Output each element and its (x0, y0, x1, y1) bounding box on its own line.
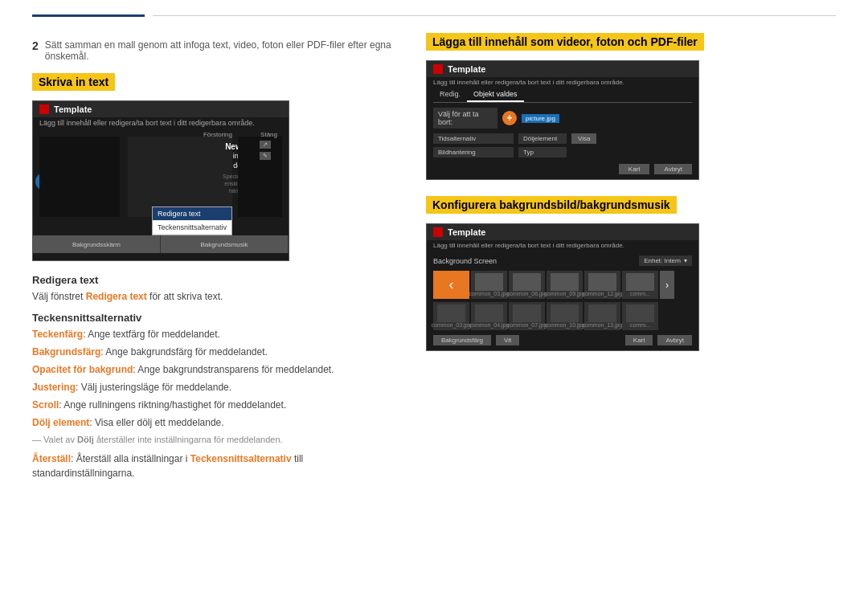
ss-r2-avbryt-btn[interactable]: Avbryt (657, 335, 692, 345)
ss-right-panel: ↗ ✎ (238, 137, 282, 217)
teckensnitts-title: Teckensnittsalternativ (32, 312, 402, 324)
ss-bottom-btn1[interactable]: Bakgrundsskärm (33, 235, 161, 253)
ss-r-btns: Kart Avbryt (433, 164, 692, 174)
thumb-r2-5[interactable]: common_13.jpg (584, 302, 620, 330)
top-line-gray (153, 15, 836, 16)
ss-menu-item1[interactable]: Redigera text (153, 207, 231, 221)
screenshot-konfigurera: Template Lägg till innehåll eller redige… (426, 223, 699, 351)
list-item-2: Bakgrundsfärg: Ange bakgrundsfärg för me… (32, 345, 402, 359)
list-item-3: Opacitet för bakgrund: Ange bakgrundstra… (32, 362, 402, 377)
redigera-title: Redigera text (32, 274, 402, 286)
thumb-selected[interactable]: ‹ (433, 271, 469, 299)
list-item-4: Justering: Välj justeringsläge för medde… (32, 380, 402, 394)
thumb-3[interactable]: common_09.jpg (547, 271, 583, 299)
ss-r-select-row: Tidsalternativ Döljelement Visa (433, 133, 692, 144)
ss-r2-icon (433, 227, 443, 237)
ss-r-btn-kart[interactable]: Kart (619, 164, 650, 174)
ss-r-input1[interactable]: Bildhantering (433, 147, 514, 157)
ss-title-text: Template (54, 104, 92, 114)
ss-r2-title: Template (448, 227, 485, 237)
ss-r2-bg-label: Background Screen (433, 257, 497, 265)
ss-bottom-btn2[interactable]: Bakgrundsmusik (161, 235, 289, 253)
list-item-1: Teckenfärg: Ange textfärg för meddelande… (32, 327, 402, 341)
ss-r2-bakgrundsfarg-btn[interactable]: Bakgrundsfärg (433, 335, 491, 345)
ss-r-title-bar: Template (427, 61, 698, 77)
thumbs-row1: ‹ common_03.jpg common_06.jpg common_09.… (433, 271, 692, 299)
ss-menu-item2[interactable]: Teckensnittsalternativ (153, 221, 231, 235)
teckensnitts-list: Teckenfärg: Ange textfärg för meddelande… (32, 327, 402, 430)
list-item-5: Scroll: Ange rullningens riktning/hastig… (32, 398, 402, 412)
ss-r-select2[interactable]: Döljelement (518, 133, 567, 144)
ss-subtitle: Lägg till innehåll eller redigera/ta bor… (33, 117, 289, 129)
ss-r-tabs: Redig. Objekt valdes (433, 88, 692, 103)
ss-forstoring-label: Förstoring (203, 131, 232, 138)
ss-title-icon (39, 104, 49, 114)
thumb-r2-6[interactable]: comm... (622, 302, 658, 330)
ss-r2-subtitle: Lägg till innehåll eller redigera/ta bor… (427, 240, 698, 251)
ss-r2-btns: Bakgrundsfärg Vit Kart Avbryt (433, 335, 692, 345)
ss-r-plus-btn[interactable]: + (502, 111, 517, 125)
thumb-r2-2[interactable]: common_04.jpg (471, 302, 507, 330)
section-title-konfigurera: Konfigurera bakgrundsbild/bakgrundsmusik (426, 196, 677, 214)
thumb-1[interactable]: common_03.jpg (471, 271, 507, 299)
ss-r-subtitle: Lägg till innehåll eller redigera/ta bor… (427, 77, 698, 88)
dolj-note: — Valet av Dölj återställer inte inställ… (32, 433, 402, 447)
list-item-6: Dölj element: Visa eller dölj ett meddel… (32, 415, 402, 430)
ss-r-field-row: Välj för att ta bort: + picture.jpg (433, 108, 692, 129)
ss-r-btn-avbryt[interactable]: Avbryt (654, 164, 692, 174)
ss-icon-2: ✎ (260, 152, 271, 160)
ss-r-title: Template (448, 64, 485, 74)
redigera-highlight: Redigera text (86, 291, 147, 302)
ss-context-menu: Redigera text Teckensnittsalternativ (152, 206, 232, 235)
ss-r2-vit-btn[interactable]: Vit (496, 335, 519, 345)
thumb-5[interactable]: comm... (622, 271, 658, 299)
thumb-r2-4[interactable]: common_10.jpg (547, 302, 583, 330)
ss-r2-title-bar: Template (427, 224, 698, 240)
section-title-skriva: Skriva in text (32, 73, 115, 91)
ss-r-input2[interactable]: Typ (518, 147, 567, 157)
left-column: 2 Sätt samman en mall genom att infoga t… (32, 33, 402, 485)
ss-r2-dropdown[interactable]: Enhet: Intern ▾ (639, 255, 692, 266)
ss-stang-label: Stäng (260, 131, 277, 138)
ss-body: ‹ New town interior design Specialbetyde… (33, 129, 289, 253)
top-lines (0, 0, 868, 17)
thumbs-row2: common_03.jpg common_04.jpg common_07.jp… (433, 302, 692, 330)
step-intro: Sätt samman en mall genom att infoga tex… (45, 39, 402, 62)
redigera-para: Välj fönstret Redigera text för att skri… (32, 289, 402, 304)
ss-bottom-bar: Bakgrundsskärm Bakgrundsmusik (33, 235, 289, 253)
ss-r-icon (433, 64, 443, 74)
ss-r-tab2[interactable]: Objekt valdes (467, 88, 524, 102)
thumb-row1-arrow[interactable]: › (660, 271, 674, 299)
aterstall-para: Återställ: Återställ alla inställningar … (32, 452, 402, 480)
ss-r-tab1[interactable]: Redig. (433, 88, 467, 102)
thumb-2[interactable]: common_06.jpg (509, 271, 545, 299)
thumb-4[interactable]: common_12.jpg (584, 271, 620, 299)
top-line-blue (32, 14, 145, 17)
thumb-r2-1[interactable]: common_03.jpg (433, 302, 469, 330)
ss-r2-kart-btn[interactable]: Kart (625, 335, 653, 345)
ss-r-select1[interactable]: Tidsalternativ (433, 133, 514, 144)
ss-left-panel (39, 137, 120, 217)
screenshot-skriva: Template Lägg till innehåll eller redige… (32, 100, 289, 261)
ss-r2-bg-row: Background Screen Enhet: Intern ▾ (433, 255, 692, 266)
ss-r-vis-btn[interactable]: Visa (571, 133, 596, 144)
ss-r-tag: picture.jpg (522, 114, 559, 123)
thumb-r2-3[interactable]: common_07.jpg (509, 302, 545, 330)
step-number: 2 (32, 39, 39, 52)
ss-r-field-label: Välj för att ta bort: (433, 108, 497, 129)
ss-r-field-row2: Bildhantering Typ (433, 147, 692, 157)
ss-icon-1: ↗ (260, 141, 271, 149)
section-title-lagg-till: Lägga till innehåll som videor, foton oc… (426, 33, 704, 51)
ss-title-bar: Template (33, 101, 289, 117)
screenshot-lagg-till: Template Lägg till innehåll eller redige… (426, 60, 699, 180)
right-column: Lägga till innehåll som videor, foton oc… (426, 33, 836, 485)
ss-center-panel: New town interior design Specialbetydels… (128, 137, 232, 217)
